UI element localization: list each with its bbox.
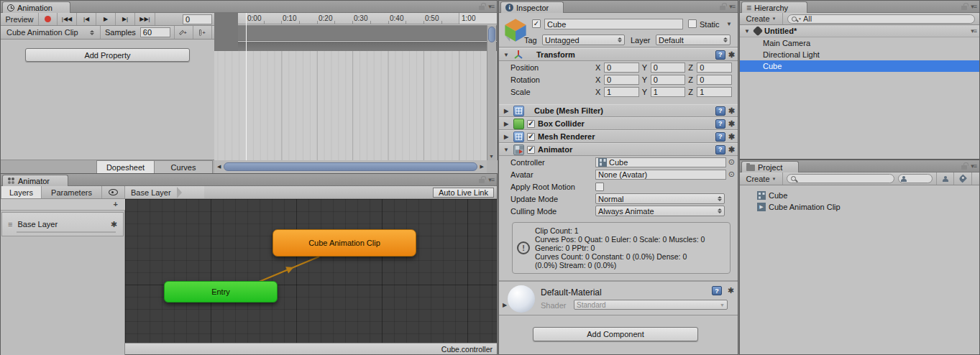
help-icon[interactable]: ?	[715, 119, 725, 129]
scene-menu-icon[interactable]: ▾≡	[971, 27, 979, 34]
tab-animator[interactable]: Animator	[2, 175, 68, 186]
lock-icon[interactable]	[720, 6, 725, 10]
help-icon[interactable]: ?	[715, 145, 725, 155]
timeline-horizontal-scrollbar[interactable]: ◀ ▶	[214, 160, 487, 173]
go-to-end-button[interactable]: ▶▶|	[135, 13, 155, 25]
add-event-button[interactable]: +	[193, 26, 212, 39]
tab-parameters[interactable]: Parameters	[42, 186, 102, 198]
visibility-eye-button[interactable]	[102, 186, 125, 198]
settings-gear-icon[interactable]: ✱	[728, 107, 735, 115]
object-picker-icon[interactable]: ⊙	[728, 158, 735, 166]
frame-field[interactable]: 0	[183, 14, 212, 24]
update-mode-dropdown[interactable]: Normal	[595, 193, 725, 204]
breadcrumb-base-layer[interactable]: Base Layer	[125, 186, 204, 198]
next-frame-button[interactable]: ▶|	[116, 13, 135, 25]
hierarchy-search-field[interactable]: ▼ All	[787, 14, 975, 24]
shader-dropdown[interactable]: Standard▼	[574, 300, 728, 310]
scale-z-field[interactable]: 1	[697, 87, 732, 97]
static-dropdown-arrow[interactable]: ▼	[726, 21, 732, 27]
previous-frame-button[interactable]: |◀	[77, 13, 96, 25]
foldout-open-icon[interactable]: ▼	[502, 52, 510, 58]
panel-menu-icon[interactable]: ▾≡	[488, 176, 494, 183]
asset-store-search-field[interactable]	[898, 174, 933, 183]
layer-settings-gear-icon[interactable]: ✱	[111, 221, 117, 229]
apply-root-motion-checkbox[interactable]	[595, 183, 604, 191]
samples-field[interactable]: 60	[140, 27, 170, 37]
add-layer-button[interactable]: +	[114, 200, 118, 208]
object-picker-icon[interactable]: ⊙	[728, 170, 735, 178]
layer-dropdown[interactable]: Default	[656, 34, 731, 45]
playhead[interactable]	[246, 13, 247, 160]
panel-menu-icon[interactable]: ▾≡	[729, 3, 735, 10]
transition-arrow[interactable]	[125, 199, 497, 343]
mesh-renderer-header[interactable]: ▶ ✓ Mesh Renderer ? ✱	[499, 130, 738, 143]
horizontal-scrollbar-thumb[interactable]	[224, 162, 477, 171]
settings-gear-icon[interactable]: ✱	[728, 133, 735, 141]
rotation-y-field[interactable]: 0	[651, 75, 686, 85]
position-y-field[interactable]: 0	[651, 63, 686, 73]
state-node-entry[interactable]: Entry	[164, 281, 278, 303]
drag-handle-icon[interactable]: ≡	[8, 220, 12, 229]
position-z-field[interactable]: 0	[697, 63, 732, 73]
tab-animation[interactable]: Animation	[2, 1, 70, 13]
hierarchy-item-main-camera[interactable]: Main Camera	[740, 37, 979, 49]
static-checkbox[interactable]	[688, 19, 697, 28]
scroll-down-arrow[interactable]: ▼	[489, 154, 494, 159]
settings-gear-icon[interactable]: ✱	[728, 287, 734, 295]
tab-hierarchy[interactable]: ≡ Hierarchy	[741, 1, 807, 13]
panel-menu-icon[interactable]: ▾≡	[971, 3, 976, 10]
transform-header[interactable]: ▼ Transform ? ✱	[499, 48, 738, 61]
create-button[interactable]: Create▼	[740, 172, 783, 185]
preview-button[interactable]: Preview	[1, 13, 39, 25]
scale-y-field[interactable]: 1	[651, 87, 686, 97]
tab-curves[interactable]: Curves	[155, 160, 213, 174]
settings-gear-icon[interactable]: ✱	[728, 146, 735, 154]
animator-component-header[interactable]: ▼ ✓ Animator ? ✱	[499, 143, 738, 156]
foldout-closed-icon[interactable]: ▶	[502, 134, 510, 140]
gameobject-name-field[interactable]: Cube	[544, 19, 683, 29]
panel-menu-icon[interactable]: ▾≡	[971, 162, 976, 170]
help-icon[interactable]: ?	[715, 106, 725, 116]
component-enabled-checkbox[interactable]: ✓	[527, 120, 535, 128]
foldout-open-icon[interactable]: ▼	[502, 147, 510, 153]
asset-item-cube-animation-clip[interactable]: ▶ Cube Animation Clip	[757, 201, 979, 213]
scroll-left-arrow[interactable]: ◀	[214, 164, 224, 170]
timeline-ruler[interactable]: 0:00 0:10 0:20 0:30 0:40 0:50 1:00	[238, 13, 497, 24]
lock-icon[interactable]	[961, 6, 967, 10]
project-search-field[interactable]	[787, 174, 894, 183]
mesh-filter-header[interactable]: ▶ Cube (Mesh Filter) ? ✱	[499, 104, 738, 117]
add-keyframe-button[interactable]: +	[174, 26, 193, 39]
settings-gear-icon[interactable]: ✱	[728, 120, 735, 128]
timeline-vertical-scrollbar[interactable]: ▼	[487, 25, 496, 160]
component-enabled-checkbox[interactable]: ✓	[527, 146, 535, 154]
tab-layers[interactable]: Layers	[1, 186, 42, 198]
help-icon[interactable]: ?	[712, 286, 722, 295]
play-button[interactable]: ▶	[96, 13, 116, 25]
tab-inspector[interactable]: i Inspector	[500, 1, 564, 13]
box-collider-header[interactable]: ▶ ✓ Box Collider ? ✱	[499, 117, 738, 130]
search-by-label-button[interactable]	[954, 172, 972, 185]
foldout-open-icon[interactable]: ▼	[743, 28, 751, 34]
search-by-type-button[interactable]	[936, 172, 954, 185]
foldout-closed-icon[interactable]: ▶	[502, 108, 510, 114]
rotation-z-field[interactable]: 0	[697, 75, 732, 85]
auto-live-link-button[interactable]: Auto Live Link	[433, 188, 494, 198]
scale-x-field[interactable]: 1	[604, 87, 639, 97]
avatar-object-field[interactable]: None (Avatar)	[595, 170, 726, 180]
state-node-cube-animation-clip[interactable]: Cube Animation Clip	[273, 229, 416, 257]
asset-item-cube-controller[interactable]: Cube	[757, 190, 979, 201]
dopesheet-area[interactable]	[214, 51, 497, 160]
settings-gear-icon[interactable]: ✱	[728, 51, 735, 59]
rotation-x-field[interactable]: 0	[604, 75, 639, 85]
record-button[interactable]	[39, 13, 58, 25]
panel-menu-icon[interactable]: ▾≡	[488, 3, 494, 10]
help-icon[interactable]: ?	[715, 132, 725, 142]
hierarchy-item-cube-selected[interactable]: Cube	[740, 60, 979, 72]
foldout-closed-icon[interactable]: ▶	[502, 121, 510, 127]
tab-dopesheet[interactable]: Dopesheet	[96, 160, 155, 174]
go-to-start-button[interactable]: |◀◀	[58, 13, 77, 25]
search-filter-arrow[interactable]: ▼	[798, 17, 802, 21]
state-machine-graph[interactable]: Cube Animation Clip Entry	[125, 199, 497, 343]
component-enabled-checkbox[interactable]: ✓	[527, 133, 535, 141]
help-icon[interactable]: ?	[715, 50, 725, 60]
